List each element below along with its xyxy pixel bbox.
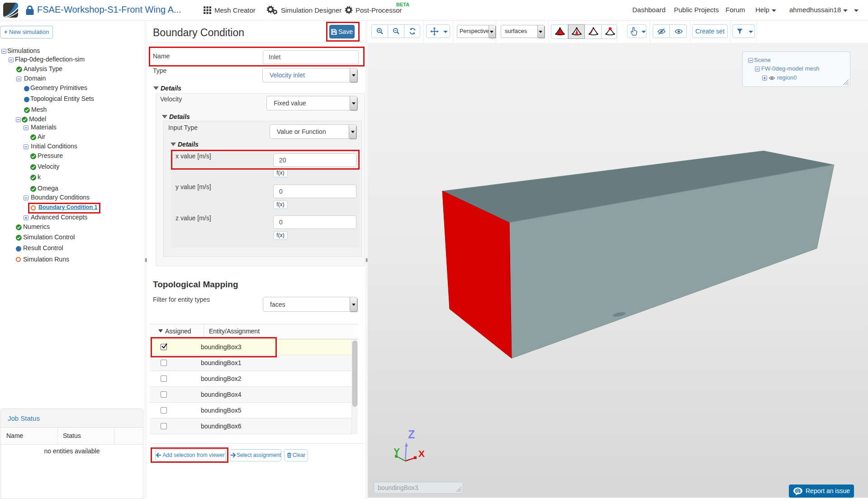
svg-text:Y: Y — [394, 446, 400, 456]
svg-text:Z: Z — [408, 428, 415, 441]
svg-text:X: X — [418, 448, 425, 459]
